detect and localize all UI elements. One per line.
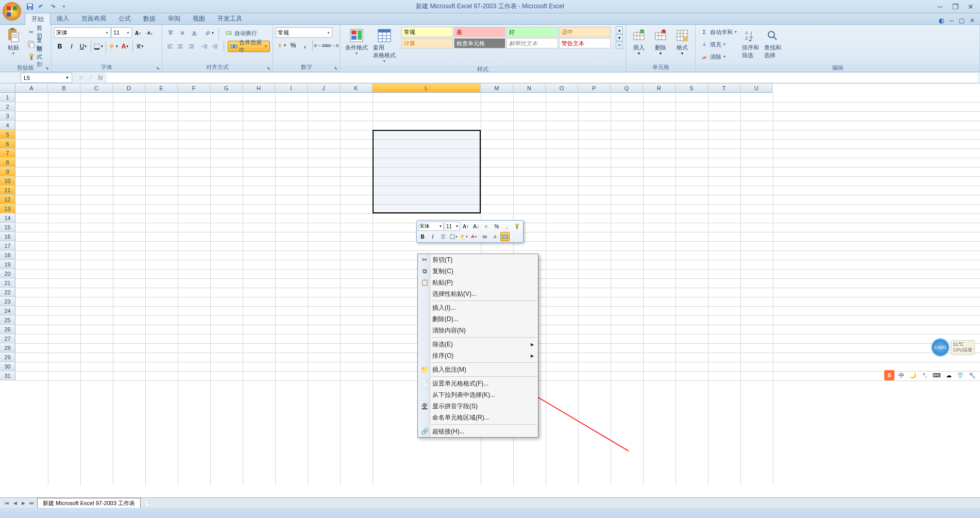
sheet-nav-prev[interactable]: ◀: [11, 499, 19, 507]
ctx-item[interactable]: 📄设置单元格格式(F)...: [418, 378, 538, 389]
ime-cloud-icon[interactable]: ☁: [943, 370, 954, 380]
align-launcher[interactable]: ⬊: [265, 65, 272, 71]
ctx-item[interactable]: 变显示拼音字段(S): [418, 400, 538, 412]
col-header-F[interactable]: F: [178, 83, 210, 93]
cell-styles-gallery[interactable]: 常规差好适中计算检查单元格解释性文本警告文本: [401, 26, 614, 49]
col-header-N[interactable]: N: [513, 83, 546, 93]
ctx-item[interactable]: 从下拉列表中选择(K)...: [418, 389, 538, 400]
col-header-H[interactable]: H: [243, 83, 275, 93]
mini-bold[interactable]: B: [418, 232, 427, 241]
row-header-16[interactable]: 16: [0, 232, 15, 241]
style-cell[interactable]: 常规: [401, 27, 453, 37]
ctx-item[interactable]: 删除(D)...: [418, 313, 538, 325]
ctx-item[interactable]: ⧉复制(C): [418, 265, 538, 277]
mini-font-combo[interactable]: 宋体▼: [418, 222, 444, 231]
row-header-21[interactable]: 21: [0, 278, 15, 288]
row-header-17[interactable]: 17: [0, 241, 15, 250]
formula-input[interactable]: [107, 73, 977, 82]
mini-size-combo[interactable]: 11▼: [445, 222, 460, 231]
col-header-K[interactable]: K: [340, 83, 373, 93]
ctx-item[interactable]: 排序(O)▶: [418, 350, 538, 361]
increase-indent-button[interactable]: [210, 41, 219, 52]
style-cell[interactable]: 好: [506, 27, 558, 37]
close-workbook-icon[interactable]: ✕: [970, 17, 975, 24]
row-header-31[interactable]: 31: [0, 371, 15, 380]
row-header-15[interactable]: 15: [0, 223, 15, 232]
select-all-corner[interactable]: [0, 83, 15, 93]
row-header-26[interactable]: 26: [0, 325, 15, 334]
styles-scroll-up[interactable]: ▲: [616, 26, 623, 34]
ctx-item[interactable]: 插入(I)...: [418, 302, 538, 313]
ime-tool-icon[interactable]: 🔧: [967, 370, 977, 380]
col-header-I[interactable]: I: [275, 83, 308, 93]
align-top-button[interactable]: [165, 27, 176, 39]
ctx-item[interactable]: 命名单元格区域(R)...: [418, 412, 538, 423]
orientation-button[interactable]: ab▼: [204, 27, 215, 39]
row-header-14[interactable]: 14: [0, 213, 15, 223]
styles-scroll-down[interactable]: ▼: [616, 34, 623, 42]
col-header-B[interactable]: B: [48, 83, 80, 93]
ctx-item[interactable]: 筛选(E)▶: [418, 339, 538, 350]
ribbon-tab-2[interactable]: 页面布局: [75, 13, 112, 24]
grow-font-button[interactable]: A↑: [132, 27, 144, 39]
row-header-4[interactable]: 4: [0, 121, 15, 130]
row-header-12[interactable]: 12: [0, 195, 15, 204]
mini-merge[interactable]: [500, 232, 510, 241]
styles-expand[interactable]: ≡: [616, 41, 623, 49]
ctx-item[interactable]: ✂剪切(T): [418, 254, 538, 265]
conditional-format-button[interactable]: 条件格式▼: [343, 26, 370, 56]
ime-skin-icon[interactable]: 👕: [955, 370, 966, 380]
col-header-P[interactable]: P: [578, 83, 611, 93]
clipboard-launcher[interactable]: ⬊: [44, 65, 50, 71]
col-header-S[interactable]: S: [675, 83, 708, 93]
number-format-combo[interactable]: 常规▼: [276, 27, 332, 38]
wrap-text-button[interactable]: 自动换行: [223, 27, 259, 39]
ribbon-tab-0[interactable]: 开始: [25, 13, 50, 25]
decrease-indent-button[interactable]: [199, 41, 209, 52]
row-header-5[interactable]: 5: [0, 130, 15, 139]
phonetic-button[interactable]: 変▼: [134, 41, 146, 52]
col-header-T[interactable]: T: [708, 83, 740, 93]
enter-formula-icon[interactable]: ✓: [87, 74, 94, 81]
minimize-button[interactable]: ─: [935, 2, 945, 11]
row-header-8[interactable]: 8: [0, 158, 15, 167]
ime-moon-icon[interactable]: 🌙: [908, 370, 918, 380]
row-header-24[interactable]: 24: [0, 306, 15, 315]
ribbon-tab-7[interactable]: 开发工具: [211, 13, 248, 24]
row-header-20[interactable]: 20: [0, 269, 15, 278]
align-middle-button[interactable]: [177, 27, 188, 39]
mini-grow-font[interactable]: A↑: [461, 222, 470, 231]
sheet-nav-last[interactable]: ⏭: [27, 499, 36, 507]
new-sheet-icon[interactable]: 📄: [143, 499, 151, 507]
col-header-E[interactable]: E: [145, 83, 178, 93]
row-header-27[interactable]: 27: [0, 334, 15, 343]
sogou-icon[interactable]: S: [884, 370, 894, 380]
border-button[interactable]: ▼: [93, 41, 104, 52]
ctx-item[interactable]: 📋粘贴(P): [418, 277, 538, 288]
mini-border[interactable]: ▼: [449, 232, 458, 241]
col-header-C[interactable]: C: [80, 83, 113, 93]
row-header-19[interactable]: 19: [0, 260, 15, 269]
style-cell[interactable]: 计算: [401, 38, 453, 48]
row-header-25[interactable]: 25: [0, 315, 15, 325]
decrease-decimal-button[interactable]: .00→.0: [326, 40, 337, 51]
mini-currency[interactable]: ￥: [482, 222, 491, 231]
increase-decimal-button[interactable]: .0→.00: [314, 40, 326, 51]
style-cell[interactable]: 解释性文本: [506, 38, 558, 48]
cut-button[interactable]: ✂剪切: [26, 26, 48, 38]
row-header-22[interactable]: 22: [0, 288, 15, 297]
row-header-30[interactable]: 30: [0, 362, 15, 371]
row-header-29[interactable]: 29: [0, 353, 15, 362]
ribbon-tab-3[interactable]: 公式: [112, 13, 137, 24]
fill-button[interactable]: 填充▼: [698, 39, 739, 50]
row-header-11[interactable]: 11: [0, 186, 15, 195]
shrink-font-button[interactable]: A↓: [144, 27, 156, 39]
delete-cells-button[interactable]: -删除▼: [650, 26, 671, 56]
ime-lang[interactable]: 中: [896, 370, 906, 380]
ribbon-tab-6[interactable]: 视图: [187, 13, 211, 24]
minimize-ribbon-icon[interactable]: ─: [949, 17, 954, 24]
ribbon-tab-5[interactable]: 审阅: [162, 13, 187, 24]
font-size-combo[interactable]: 11▼: [111, 27, 132, 38]
save-icon[interactable]: [25, 2, 35, 12]
row-header-3[interactable]: 3: [0, 111, 15, 121]
